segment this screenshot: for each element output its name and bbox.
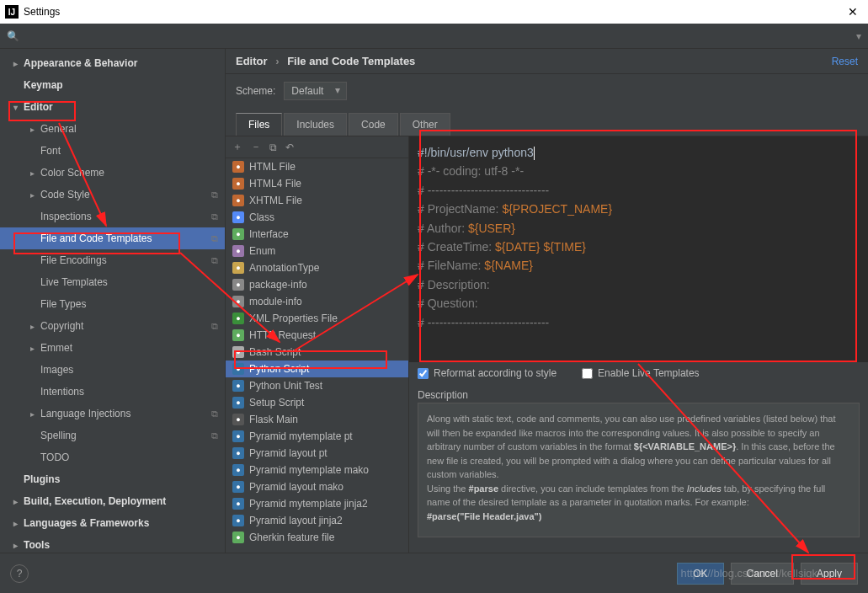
cancel-button[interactable]: Cancel [731, 563, 794, 585]
sidebar-item-file-types[interactable]: File Types [0, 293, 225, 315]
template-item-xml-properties-file[interactable]: ●XML Properties File [226, 310, 408, 327]
template-tabs: FilesIncludesCodeOther [226, 113, 868, 136]
close-icon[interactable]: ✕ [843, 5, 863, 19]
sidebar-item-editor[interactable]: ▾Editor [0, 96, 225, 118]
template-item-pyramid-layout-mako[interactable]: ●Pyramid layout mako [226, 478, 408, 495]
tab-other[interactable]: Other [400, 113, 450, 136]
sidebar-item-emmet[interactable]: ▸Emmet [0, 337, 225, 359]
file-item-label: Python Script [249, 363, 309, 375]
template-item-pyramid-mytemplate-jinja2[interactable]: ●Pyramid mytemplate jinja2 [226, 495, 408, 512]
template-item-html4-file[interactable]: ●HTML4 File [226, 175, 408, 192]
sidebar-item-live-templates[interactable]: Live Templates [0, 271, 225, 293]
reset-link[interactable]: Reset [832, 56, 858, 67]
apply-button[interactable]: Apply [801, 563, 858, 585]
template-item-gherkin-feature-file[interactable]: ●Gherkin feature file [226, 529, 408, 546]
sidebar-item-color-scheme[interactable]: ▸Color Scheme [0, 162, 225, 184]
undo-icon[interactable]: ↶ [285, 142, 294, 153]
sidebar-item-language-injections[interactable]: ▸Language Injections⧉ [0, 403, 225, 425]
template-item-class[interactable]: ●Class [226, 209, 408, 226]
file-item-label: Class [249, 211, 274, 223]
sidebar-item-label: General [40, 123, 77, 135]
copy-icon[interactable]: ⧉ [269, 142, 277, 153]
template-item-interface[interactable]: ●Interface [226, 226, 408, 243]
sidebar-item-label: Tools [24, 539, 50, 551]
sidebar-item-label: Language Injections [40, 408, 130, 419]
tree-arrow-icon: ▸ [13, 519, 24, 528]
sidebar-item-code-style[interactable]: ▸Code Style⧉ [0, 184, 225, 206]
template-item-python-script[interactable]: ●Python Script [226, 361, 408, 377]
template-code-editor[interactable]: #!/bin/usr/env python3 # -*- coding: utf… [409, 136, 868, 362]
tree-arrow-icon: ▸ [30, 409, 40, 419]
sidebar-item-tools[interactable]: ▸Tools [0, 534, 225, 553]
file-type-icon: ● [232, 414, 244, 425]
template-item-flask-main[interactable]: ●Flask Main [226, 411, 408, 428]
template-item-pyramid-layout-jinja2[interactable]: ●Pyramid layout jinja2 [226, 512, 408, 529]
sidebar-item-label: TODO [40, 451, 69, 463]
scheme-select[interactable]: Default [284, 82, 347, 100]
file-type-icon: ● [232, 498, 244, 510]
sidebar-item-file-encodings[interactable]: File Encodings⧉ [0, 249, 225, 271]
template-item-xhtml-file[interactable]: ●XHTML File [226, 192, 408, 209]
sidebar-item-spelling[interactable]: Spelling⧉ [0, 425, 225, 446]
file-type-icon: ● [232, 228, 244, 240]
remove-icon[interactable]: － [251, 140, 261, 154]
file-item-label: Python Unit Test [249, 380, 322, 392]
enable-live-templates-checkbox[interactable]: Enable Live Templates [582, 367, 700, 379]
help-button[interactable]: ? [10, 564, 29, 583]
chevron-down-icon[interactable]: ▾ [856, 30, 861, 42]
ok-button[interactable]: OK [677, 563, 723, 585]
template-item-bash-script[interactable]: ●Bash Script [226, 344, 408, 361]
template-item-pyramid-layout-pt[interactable]: ●Pyramid layout pt [226, 445, 408, 462]
sidebar-item-build-execution-deployment[interactable]: ▸Build, Execution, Deployment [0, 490, 225, 512]
template-item-package-info[interactable]: ●package-info [226, 276, 408, 293]
window-title: Settings [24, 6, 60, 18]
sidebar-item-appearance-behavior[interactable]: ▸Appearance & Behavior [0, 52, 225, 74]
file-type-icon: ● [232, 262, 244, 274]
sidebar-item-label: Plugins [24, 473, 60, 485]
sidebar-item-languages-frameworks[interactable]: ▸Languages & Frameworks [0, 512, 225, 534]
sidebar-item-file-and-code-templates[interactable]: File and Code Templates⧉ [0, 227, 225, 249]
template-item-setup-script[interactable]: ●Setup Script [226, 394, 408, 411]
template-item-module-info[interactable]: ●module-info [226, 293, 408, 310]
add-icon[interactable]: ＋ [232, 140, 242, 154]
template-item-enum[interactable]: ●Enum [226, 243, 408, 259]
template-item-pyramid-mytemplate-mako[interactable]: ●Pyramid mytemplate mako [226, 462, 408, 478]
reformat-checkbox[interactable]: Reformat according to style [418, 367, 556, 379]
sidebar-item-plugins[interactable]: Plugins [0, 468, 225, 490]
sidebar-item-intentions[interactable]: Intentions [0, 381, 225, 403]
scope-icon: ⧉ [211, 233, 218, 244]
tab-includes[interactable]: Includes [284, 113, 347, 136]
description-label: Description [409, 384, 868, 403]
tab-files[interactable]: Files [236, 113, 282, 136]
file-type-icon: ● [232, 195, 244, 206]
sidebar-item-images[interactable]: Images [0, 359, 225, 381]
sidebar-item-label: Live Templates [40, 276, 108, 288]
breadcrumb-leaf: File and Code Templates [287, 55, 415, 67]
template-item-html-file[interactable]: ●HTML File [226, 158, 408, 175]
sidebar-item-font[interactable]: Font [0, 140, 225, 162]
sidebar-item-copyright[interactable]: ▸Copyright⧉ [0, 315, 225, 337]
template-item-annotationtype[interactable]: ●AnnotationType [226, 259, 408, 276]
sidebar-item-label: File and Code Templates [40, 232, 152, 244]
tree-arrow-icon: ▸ [13, 59, 24, 68]
sidebar-item-inspections[interactable]: Inspections⧉ [0, 206, 225, 227]
file-item-label: Pyramid layout mako [249, 481, 343, 493]
template-item-http-request[interactable]: ●HTTP Request [226, 327, 408, 344]
sidebar-item-todo[interactable]: TODO [0, 446, 225, 468]
window-title-bar: IJ Settings ✕ [0, 0, 868, 24]
breadcrumb: Editor › File and Code Templates Reset [226, 49, 868, 74]
sidebar-item-label: Color Scheme [40, 167, 104, 179]
template-item-python-unit-test[interactable]: ●Python Unit Test [226, 377, 408, 394]
sidebar-item-keymap[interactable]: Keymap [0, 74, 225, 96]
breadcrumb-root[interactable]: Editor [236, 55, 268, 67]
sidebar-item-label: File Types [40, 298, 86, 310]
template-item-pyramid-mytemplate-pt[interactable]: ●Pyramid mytemplate pt [226, 428, 408, 445]
scope-icon: ⧉ [211, 255, 218, 266]
file-type-icon: ● [232, 430, 244, 442]
sidebar-item-general[interactable]: ▸General [0, 118, 225, 140]
tree-arrow-icon: ▸ [30, 125, 40, 134]
tab-code[interactable]: Code [349, 113, 398, 136]
search-input[interactable] [23, 29, 856, 42]
file-type-icon: ● [232, 481, 244, 493]
file-item-label: Pyramid mytemplate jinja2 [249, 498, 368, 510]
